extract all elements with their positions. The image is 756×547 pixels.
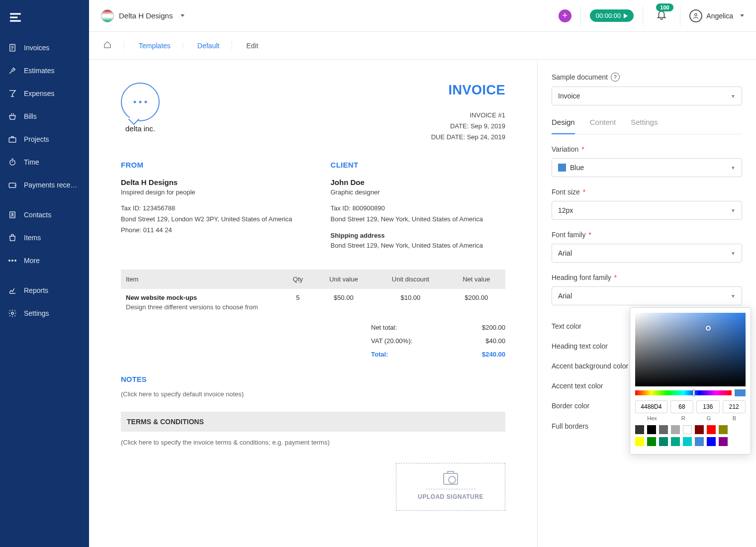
heading-fontfamily-select[interactable]: Arial▼ <box>552 286 742 305</box>
terms-placeholder[interactable]: (Click here to specify the invoice terms… <box>121 439 505 446</box>
sidebar-item-time[interactable]: Time <box>0 151 89 174</box>
from-name: Delta H Designs <box>121 178 296 186</box>
company-avatar <box>101 9 114 22</box>
preset-swatch[interactable] <box>719 425 728 434</box>
client-name: John Doe <box>331 178 506 186</box>
tab-content[interactable]: Content <box>590 116 616 134</box>
hex-input[interactable] <box>635 400 667 413</box>
company-selector[interactable]: Delta H Designs <box>101 9 185 22</box>
add-button[interactable]: + <box>559 9 571 22</box>
preset-swatch[interactable] <box>659 425 668 434</box>
sidebar-item-items[interactable]: Items <box>0 226 89 249</box>
sidebar-item-expenses[interactable]: Expenses <box>0 82 89 105</box>
sidebar-item-invoices[interactable]: Invoices <box>0 36 89 59</box>
accent-text-label: Accent text color <box>552 382 603 390</box>
bag-icon <box>7 232 18 243</box>
hue-slider[interactable] <box>635 390 732 395</box>
gavel-icon <box>7 65 18 76</box>
tab-settings[interactable]: Settings <box>631 116 658 134</box>
chart-icon <box>7 285 18 296</box>
fontfamily-select[interactable]: Arial▼ <box>552 244 742 263</box>
client-tax: Tax ID: 800900890 <box>331 203 506 214</box>
sidebar-item-label: Time <box>24 158 39 166</box>
vat-value: $40.00 <box>485 337 505 345</box>
preset-swatch[interactable] <box>707 437 716 446</box>
preset-swatch[interactable] <box>635 437 644 446</box>
upload-signature[interactable]: UPLOAD SIGNATURE <box>396 463 505 511</box>
sidebar-item-estimates[interactable]: Estimates <box>0 59 89 82</box>
app-logo[interactable] <box>0 7 89 36</box>
invoice-logo: delta inc. <box>121 83 160 143</box>
preset-swatch[interactable] <box>683 425 692 434</box>
g-input[interactable] <box>696 400 719 413</box>
item-discount: $10.00 <box>374 289 447 316</box>
breadcrumb: 〉 Templates 〉 Default 〉 Edit <box>89 32 756 60</box>
sidebar-item-bills[interactable]: Bills <box>0 105 89 128</box>
preset-swatch[interactable] <box>659 437 668 446</box>
notifications-button[interactable]: 100 <box>652 9 671 22</box>
preset-swatch[interactable] <box>671 425 680 434</box>
items-table: Item Qty Unit value Unit discount Net va… <box>121 270 505 316</box>
notes-placeholder[interactable]: (Click here to specify default invoice n… <box>121 390 505 398</box>
crumb-templates[interactable]: Templates <box>130 42 180 50</box>
sidebar-item-payments[interactable]: Payments rece… <box>0 174 89 196</box>
total-value: $240.00 <box>482 351 505 358</box>
item-name: New website mock-ups <box>126 294 278 301</box>
sidebar-item-more[interactable]: More <box>0 249 89 272</box>
col-net: Net value <box>447 270 505 289</box>
inspector-panel: Sample document? Invoice▼ Design Content… <box>537 60 756 547</box>
sample-doc-select[interactable]: Invoice▼ <box>552 87 742 105</box>
gradient-cursor[interactable] <box>706 326 711 331</box>
sidebar-item-projects[interactable]: Projects <box>0 128 89 151</box>
help-icon[interactable]: ? <box>611 73 620 82</box>
client-address: Bond Street 129, New York, United States… <box>331 214 506 225</box>
net-total-label: Net total: <box>371 324 397 331</box>
sidebar-item-settings[interactable]: Settings <box>0 302 89 325</box>
variation-select[interactable]: Blue▼ <box>552 158 742 177</box>
fontsize-label: Font size <box>552 188 580 196</box>
from-tax: Tax ID: 123456788 <box>121 203 296 214</box>
svg-point-8 <box>12 213 13 215</box>
heading-fontfamily-value: Arial <box>558 292 572 300</box>
preset-row-2 <box>635 437 746 446</box>
preset-swatch[interactable] <box>683 437 692 446</box>
preset-swatch[interactable] <box>647 437 656 446</box>
shipping-address: Bond Street 129, New York, United States… <box>331 240 506 251</box>
r-input[interactable] <box>670 400 693 413</box>
invoice-brand: delta inc. <box>121 124 160 133</box>
home-icon[interactable] <box>103 40 112 51</box>
fontsize-value: 12px <box>558 206 573 214</box>
color-gradient[interactable] <box>635 313 746 386</box>
fontsize-select[interactable]: 12px▼ <box>552 201 742 220</box>
preset-swatch[interactable] <box>695 425 704 434</box>
play-icon <box>624 13 628 18</box>
tab-design[interactable]: Design <box>552 116 575 134</box>
user-menu[interactable]: Angelica <box>689 9 744 22</box>
sidebar-item-label: Projects <box>24 135 49 143</box>
sample-doc-value: Invoice <box>558 92 580 100</box>
from-phone: Phone: 011 44 24 <box>121 225 296 236</box>
preset-swatch[interactable] <box>671 437 680 446</box>
topbar: Delta H Designs + 00:00:00 100 Angelica <box>89 0 756 32</box>
invoice-number: INVOICE #1 <box>431 110 505 121</box>
preset-swatch[interactable] <box>695 437 704 446</box>
invoice-date: DATE: Sep 9, 2019 <box>431 121 505 132</box>
hue-cursor[interactable] <box>693 389 695 396</box>
variation-value: Blue <box>570 164 584 172</box>
item-desc: Design three different versions to choos… <box>126 303 278 311</box>
user-icon <box>689 9 702 22</box>
sidebar-item-reports[interactable]: Reports <box>0 279 89 302</box>
preset-swatch[interactable] <box>719 437 728 446</box>
b-input[interactable] <box>723 400 746 413</box>
crumb-default[interactable]: Default <box>189 42 228 50</box>
invoice-icon <box>7 42 18 53</box>
camera-icon <box>443 473 458 485</box>
client-subtitle: Graphic designer <box>331 188 506 196</box>
timer-button[interactable]: 00:00:00 <box>590 9 634 22</box>
preset-swatch[interactable] <box>647 425 656 434</box>
notes-heading: NOTES <box>121 375 505 383</box>
stopwatch-icon <box>7 157 18 168</box>
preset-swatch[interactable] <box>707 425 716 434</box>
sidebar-item-contacts[interactable]: Contacts <box>0 203 89 226</box>
preset-swatch[interactable] <box>635 425 644 434</box>
